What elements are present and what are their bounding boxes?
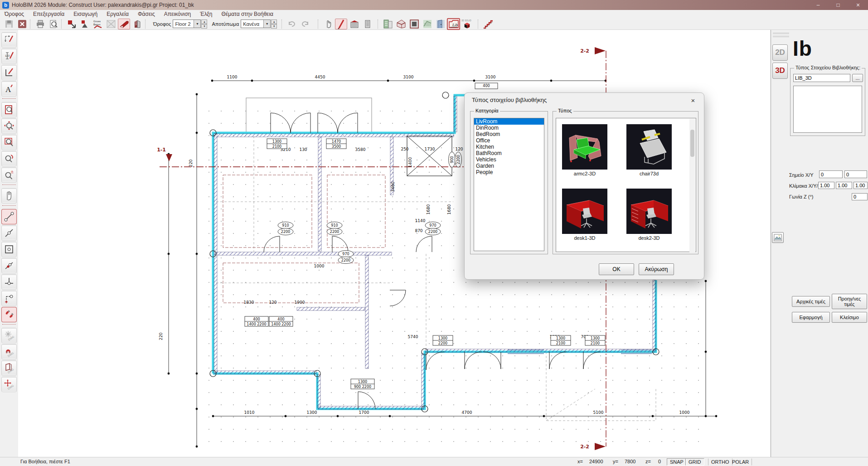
category-item-people[interactable]: People: [474, 169, 544, 175]
chevron-down-icon[interactable]: ▼: [263, 20, 270, 28]
library-button[interactable]: Lib: [447, 19, 460, 29]
minimize-button[interactable]: –: [808, 0, 828, 10]
building-section-button[interactable]: [348, 19, 360, 29]
gross-beton-button[interactable]: GrossBeton: [92, 19, 104, 29]
menu-floor[interactable]: Όροφος: [0, 10, 29, 18]
close-button[interactable]: ×: [848, 0, 868, 10]
pointer-mode-button[interactable]: [322, 19, 334, 29]
category-item-office[interactable]: Office: [474, 137, 544, 144]
close-panel-button[interactable]: Κλείσιμο: [832, 312, 867, 323]
stairs-button[interactable]: [482, 19, 494, 29]
dwg-move-button[interactable]: DWG: [2, 377, 16, 392]
endpoint-snap-button[interactable]: [2, 291, 16, 306]
panel-grip[interactable]: [773, 33, 789, 37]
point-x-field[interactable]: [819, 170, 843, 178]
menu-tools[interactable]: Εργαλεία: [102, 10, 133, 18]
ok-button[interactable]: OK: [599, 263, 634, 275]
center-snap-button[interactable]: [2, 242, 16, 257]
view-2d-button[interactable]: 2D: [772, 44, 788, 61]
undo-button[interactable]: [286, 19, 298, 29]
menu-view[interactable]: Απεικόνιση: [160, 10, 196, 18]
polar-toggle[interactable]: POLAR: [729, 458, 752, 466]
select-element-button[interactable]: [78, 19, 91, 29]
type-browser[interactable]: armc2-3D chair73d desk1-3D desk2-3D: [556, 118, 696, 252]
dimension-tool-button[interactable]: [2, 33, 16, 47]
footprint-combobox[interactable]: Κανένα ▼: [241, 19, 271, 28]
zoom-inout-button[interactable]: ±: [2, 168, 16, 182]
facade-button[interactable]: [382, 19, 394, 29]
footprint-spinner[interactable]: ▲▼: [271, 19, 277, 28]
thumbnail-chair73d[interactable]: [626, 124, 672, 170]
draw-mode-button[interactable]: [335, 19, 347, 29]
redo-button[interactable]: [299, 19, 311, 29]
category-item-bedroom[interactable]: BedRoom: [474, 131, 544, 137]
perpendicular-snap-button[interactable]: [2, 275, 16, 289]
floor-combobox[interactable]: Floor 2 ▼: [173, 19, 201, 28]
print-preview-button[interactable]: [47, 19, 59, 29]
save-button[interactable]: [3, 19, 15, 29]
initial-values-button[interactable]: Αρχικές τιμές: [792, 296, 830, 307]
chevron-down-icon[interactable]: ▼: [194, 20, 200, 28]
text-tool-button[interactable]: A: [2, 82, 16, 96]
zoom-window-button[interactable]: [2, 135, 16, 150]
line-tool-button[interactable]: [2, 209, 16, 224]
library-insert-button[interactable]: [772, 232, 784, 243]
scale-x-field[interactable]: [818, 182, 834, 189]
scrollbar-thumb[interactable]: [690, 130, 694, 157]
floor-spinner[interactable]: ▲▼: [201, 19, 207, 28]
zoom-previous-button[interactable]: [2, 151, 16, 166]
snap-toggle-button[interactable]: [2, 307, 16, 322]
pan-button[interactable]: [2, 189, 16, 203]
close-project-button[interactable]: [16, 19, 28, 29]
door-button[interactable]: [434, 19, 446, 29]
select-wall-button[interactable]: [65, 19, 78, 29]
category-item-vehicles[interactable]: Vehicles: [474, 156, 544, 163]
menu-insert[interactable]: Εισαγωγή: [69, 10, 102, 18]
solid-3d-button[interactable]: 3D SOLID: [461, 19, 473, 29]
thumbnail-armc2-3d[interactable]: [562, 124, 607, 170]
zoom-extents-button[interactable]: [2, 119, 16, 133]
menu-edit[interactable]: Επεξεργασία: [29, 10, 69, 18]
maximize-button[interactable]: □: [828, 0, 848, 10]
thumbnail-desk2-3d[interactable]: [626, 189, 672, 234]
beam-tool-button[interactable]: [118, 19, 130, 29]
cancel-button[interactable]: Ακύρωση: [639, 263, 674, 275]
category-list[interactable]: LivRoom DinRoom BedRoom Office Kitchen B…: [474, 118, 544, 251]
dwg-snap-button[interactable]: DWG: [2, 345, 16, 359]
menu-help[interactable]: Θέματα στην Βοήθεια: [217, 10, 278, 18]
point-y-field[interactable]: [844, 170, 867, 178]
dwg-brightness-button[interactable]: DWG: [2, 328, 16, 343]
previous-values-button[interactable]: Προηγ/νες τιμές: [832, 294, 867, 309]
library-name-field[interactable]: [793, 74, 850, 82]
category-item-bathroom[interactable]: BathRoom: [474, 150, 544, 156]
browse-button[interactable]: ...: [852, 74, 863, 82]
grid-toggle[interactable]: GRID: [685, 458, 704, 466]
roof-button[interactable]: [395, 19, 407, 29]
midpoint-snap-button[interactable]: [2, 226, 16, 240]
menu-snap[interactable]: Έλξη: [195, 10, 217, 18]
apply-button[interactable]: Εφαρμογή: [792, 312, 830, 323]
building-tall-button[interactable]: [361, 19, 373, 29]
dwg-door-button[interactable]: DWG: [2, 361, 16, 375]
category-item-livroom[interactable]: LivRoom: [474, 118, 544, 125]
balcony-button[interactable]: [421, 19, 433, 29]
library-preview-list[interactable]: [793, 86, 862, 133]
building-3d-button[interactable]: [131, 19, 143, 29]
category-item-garden[interactable]: Garden: [474, 163, 544, 169]
frame-tool-button[interactable]: [105, 19, 117, 29]
snap-toggle[interactable]: SNAP: [667, 458, 687, 466]
nearest-snap-button[interactable]: [2, 258, 16, 273]
print-button[interactable]: [34, 19, 46, 29]
view-3d-button[interactable]: 3D: [772, 63, 788, 79]
scale-z-field[interactable]: [853, 182, 868, 189]
thumbnail-desk1-3d[interactable]: [562, 189, 607, 234]
opening-button[interactable]: [408, 19, 420, 29]
zoom-page-button[interactable]: [2, 102, 16, 117]
menu-phases[interactable]: Φάσεις: [133, 10, 160, 18]
scale-y-field[interactable]: [836, 182, 852, 189]
category-item-kitchen[interactable]: Kitchen: [474, 144, 544, 150]
dimension-text-tool-button[interactable]: 123: [2, 49, 16, 63]
angle-tool-button[interactable]: [2, 65, 16, 80]
type-scrollbar[interactable]: [689, 119, 695, 252]
angle-z-field[interactable]: [852, 193, 868, 200]
